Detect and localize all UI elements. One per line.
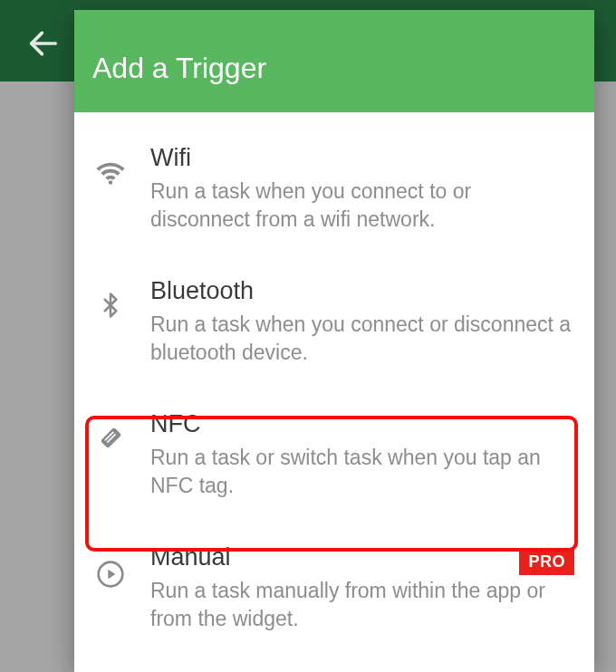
- trigger-item-body: NFC Run a task or switch task when you t…: [150, 410, 574, 500]
- pro-badge: PRO: [519, 549, 574, 575]
- trigger-item-body: PRO Manual Run a task manually from with…: [150, 543, 574, 633]
- trigger-item-title: Wifi: [150, 144, 574, 172]
- bluetooth-icon: [94, 290, 127, 321]
- nfc-tag-icon: [94, 423, 127, 452]
- trigger-list: Wifi Run a task when you connect to or d…: [74, 112, 594, 672]
- trigger-item-title: Bluetooth: [150, 277, 574, 305]
- trigger-item-title: Manual: [150, 543, 574, 571]
- trigger-item-desc: Run a task when you connect to or discon…: [150, 178, 574, 234]
- back-arrow-icon[interactable]: [25, 25, 65, 58]
- trigger-item-desc: Run a task or switch task when you tap a…: [150, 444, 574, 500]
- trigger-item-wifi[interactable]: Wifi Run a task when you connect to or d…: [74, 123, 594, 256]
- trigger-item-title: NFC: [150, 410, 574, 438]
- trigger-item-body: Bluetooth Run a task when you connect or…: [150, 277, 574, 367]
- trigger-item-desc: Run a task manually from within the app …: [150, 577, 574, 633]
- trigger-item-bluetooth[interactable]: Bluetooth Run a task when you connect or…: [74, 256, 594, 389]
- trigger-item-body: Wifi Run a task when you connect to or d…: [150, 144, 574, 234]
- trigger-item-desc: Run a task when you connect or disconnec…: [150, 311, 574, 367]
- trigger-item-nfc[interactable]: NFC Run a task or switch task when you t…: [74, 389, 594, 523]
- dialog-title: Add a Trigger: [74, 10, 594, 112]
- wifi-icon: [94, 157, 127, 187]
- add-trigger-dialog: Add a Trigger Wifi Run a task when you c…: [74, 10, 594, 672]
- play-icon: [94, 560, 127, 589]
- trigger-item-manual[interactable]: PRO Manual Run a task manually from with…: [74, 523, 594, 656]
